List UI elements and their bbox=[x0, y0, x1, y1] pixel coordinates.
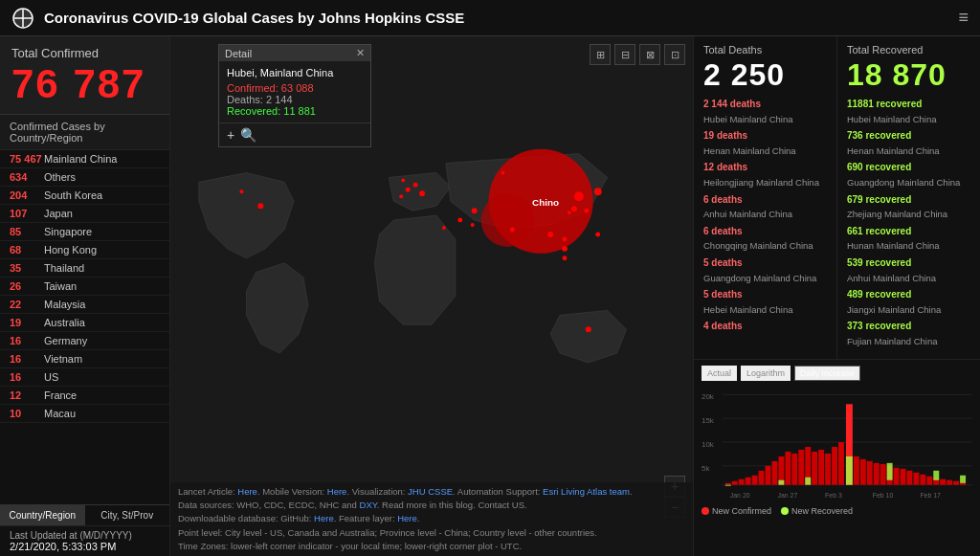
svg-rect-50 bbox=[791, 453, 797, 484]
country-count: 107 bbox=[10, 208, 44, 219]
github-link[interactable]: Here bbox=[314, 513, 334, 523]
legend-dot-red bbox=[702, 507, 709, 515]
deaths-count: 6 deaths bbox=[703, 194, 743, 205]
map-tool-2[interactable]: ⊟ bbox=[614, 44, 635, 65]
menu-icon[interactable]: ≡ bbox=[958, 8, 969, 28]
total-confirmed-box: Total Confirmed 76 787 bbox=[0, 36, 169, 115]
list-item: 679 recoveredZhejiang Mainland China bbox=[847, 192, 970, 222]
svg-point-22 bbox=[401, 178, 405, 182]
svg-rect-46 bbox=[771, 460, 777, 484]
mobile-link[interactable]: Here bbox=[327, 486, 347, 497]
lancet-link[interactable]: Here bbox=[237, 486, 257, 497]
svg-rect-57 bbox=[838, 442, 844, 485]
map-area[interactable]: Detail ✕ Hubei, Mainland China Confirmed… bbox=[170, 36, 693, 556]
list-item[interactable]: 85Singapore bbox=[0, 223, 169, 241]
svg-rect-66 bbox=[906, 470, 912, 484]
list-item[interactable]: 35Thailand bbox=[0, 259, 169, 278]
deaths-region: Hebei Mainland China bbox=[703, 304, 792, 315]
country-count: 10 bbox=[10, 408, 44, 419]
svg-point-8 bbox=[547, 232, 553, 237]
svg-point-5 bbox=[574, 191, 584, 201]
popup-zoom-in[interactable]: + bbox=[227, 127, 234, 143]
list-item[interactable]: 16Vietnam bbox=[0, 350, 169, 368]
deaths-count: 5 deaths bbox=[703, 257, 743, 268]
list-item: 12 deathsHeilongjiang Mainland China bbox=[703, 160, 827, 189]
recovered-count: 11881 recovered bbox=[847, 99, 922, 109]
svg-rect-73 bbox=[953, 480, 959, 484]
svg-point-9 bbox=[472, 208, 478, 213]
svg-text:Jan 20: Jan 20 bbox=[730, 491, 750, 498]
svg-point-11 bbox=[413, 183, 418, 188]
svg-rect-58 bbox=[854, 456, 859, 484]
country-count: 12 bbox=[10, 389, 44, 401]
list-item: 4 deaths bbox=[703, 319, 827, 334]
list-item[interactable]: 75 467Mainland China bbox=[0, 150, 169, 168]
country-count: 16 bbox=[10, 371, 44, 383]
list-item[interactable]: 68Hong Kong bbox=[0, 241, 169, 259]
chart-tab[interactable]: Daily Increase bbox=[794, 366, 860, 381]
svg-rect-64 bbox=[894, 467, 900, 484]
country-count: 35 bbox=[10, 262, 44, 274]
list-item[interactable]: 634Others bbox=[0, 168, 169, 187]
feature-link[interactable]: Here bbox=[397, 513, 417, 523]
svg-rect-69 bbox=[926, 476, 932, 484]
recovered-count: 661 recovered bbox=[847, 226, 911, 236]
jhu-link[interactable]: JHU CSSE bbox=[408, 486, 453, 497]
list-item[interactable]: 10Macau bbox=[0, 405, 169, 423]
popup-search[interactable]: 🔍 bbox=[240, 127, 256, 143]
list-item[interactable]: 22Malaysia bbox=[0, 296, 169, 314]
list-item[interactable]: 19Australia bbox=[0, 314, 169, 332]
svg-rect-65 bbox=[901, 468, 906, 484]
svg-text:Jan 27: Jan 27 bbox=[777, 491, 797, 498]
right-side: Total Deaths 2 250 2 144 deathsHubei Mai… bbox=[693, 36, 980, 556]
footer-line3: Downloadable database: GitHub: Here. Fea… bbox=[178, 512, 685, 525]
detail-popup-recovered: Recovered: 11 881 bbox=[227, 105, 363, 117]
last-updated-value: 2/21/2020, 5:33:03 PM bbox=[10, 541, 160, 552]
deaths-list: 2 144 deathsHubei Mainland China19 death… bbox=[703, 97, 827, 334]
chart-tab[interactable]: Logarithm bbox=[741, 366, 791, 381]
list-item: 6 deathsAnhui Mainland China bbox=[703, 192, 827, 222]
total-confirmed-number: 76 787 bbox=[11, 64, 158, 104]
main-layout: Total Confirmed 76 787 Confirmed Cases b… bbox=[0, 36, 980, 556]
recovered-region: Anhui Mainland China bbox=[847, 273, 936, 283]
map-toolbar: ⊞ ⊟ ⊠ ⊡ bbox=[590, 44, 685, 65]
country-name: Australia bbox=[44, 317, 85, 328]
chart-tab[interactable]: Actual bbox=[702, 366, 737, 381]
detail-popup-controls: + 🔍 bbox=[219, 122, 370, 146]
list-item[interactable]: 12France bbox=[0, 387, 169, 405]
map-tool-3[interactable]: ⊠ bbox=[639, 44, 660, 65]
svg-text:15k: 15k bbox=[702, 416, 714, 425]
tab-city-prov[interactable]: City, St/Prov bbox=[85, 505, 170, 525]
recovered-value: 11 881 bbox=[283, 105, 316, 117]
list-item[interactable]: 204South Korea bbox=[0, 187, 169, 205]
recovered-panel: Total Recovered 18 870 11881 recoveredHu… bbox=[837, 36, 980, 359]
list-item: 690 recoveredGuangdong Mainland China bbox=[847, 160, 970, 189]
map-footer: Lancet Article: Here. Mobile Version: He… bbox=[170, 482, 693, 556]
list-item[interactable]: 16US bbox=[0, 368, 169, 387]
esri-link[interactable]: Esri Living Atlas team bbox=[543, 486, 630, 497]
list-item[interactable]: 107Japan bbox=[0, 205, 169, 223]
tab-country-region[interactable]: Country/Region bbox=[0, 505, 85, 525]
svg-point-18 bbox=[595, 232, 600, 236]
map-tool-1[interactable]: ⊞ bbox=[590, 44, 611, 65]
country-name: Japan bbox=[44, 208, 73, 219]
country-name: US bbox=[44, 371, 58, 383]
svg-point-15 bbox=[510, 228, 515, 233]
detail-popup-close[interactable]: ✕ bbox=[356, 47, 365, 59]
country-count: 16 bbox=[10, 353, 44, 365]
svg-point-10 bbox=[419, 190, 425, 196]
recovered-label: Recovered: bbox=[227, 105, 280, 117]
dxy-link[interactable]: DXY bbox=[360, 500, 377, 510]
map-tool-4[interactable]: ⊡ bbox=[664, 44, 685, 65]
svg-point-26 bbox=[571, 206, 577, 211]
country-count: 68 bbox=[10, 244, 44, 256]
list-item[interactable]: 26Taiwan bbox=[0, 278, 169, 296]
country-count: 26 bbox=[10, 280, 44, 292]
country-name: Singapore bbox=[44, 226, 92, 237]
recovered-region: Fujian Mainland China bbox=[847, 336, 938, 346]
confirmed-label: Confirmed: bbox=[227, 82, 278, 94]
svg-point-14 bbox=[586, 326, 591, 332]
country-count: 85 bbox=[10, 226, 44, 237]
deaths-label: Deaths: bbox=[227, 94, 263, 105]
list-item[interactable]: 16Germany bbox=[0, 332, 169, 350]
